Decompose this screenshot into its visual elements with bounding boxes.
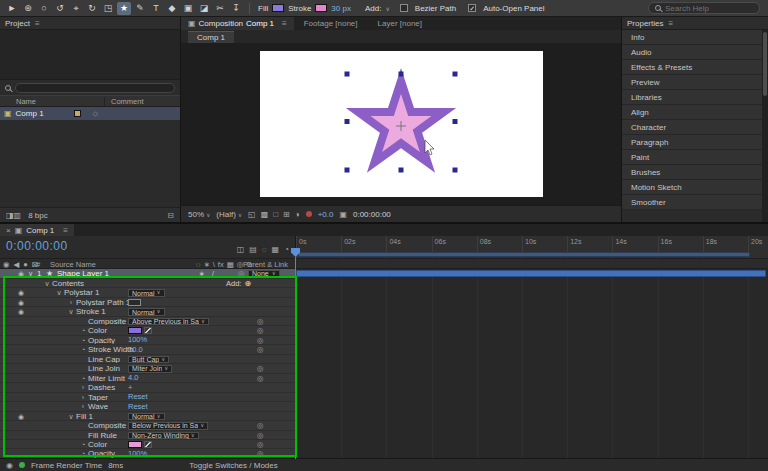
- timeline-track-row[interactable]: [295, 336, 768, 345]
- resolution-dropdown[interactable]: (Half) ∨: [216, 210, 242, 219]
- timeline-property-row[interactable]: ◉ Line Join Miter Join∨ ◎: [0, 364, 768, 373]
- snapshot-icon[interactable]: ▣: [339, 210, 347, 219]
- comp-subtab[interactable]: Comp 1: [188, 31, 234, 43]
- property-value[interactable]: Reset: [128, 402, 148, 410]
- mask-visibility-icon[interactable]: □: [273, 210, 278, 219]
- properties-item-smoother[interactable]: Smoother: [622, 195, 762, 210]
- composition-frame[interactable]: [260, 51, 543, 197]
- tab-footage[interactable]: Footage [none]: [294, 17, 368, 30]
- timeline-property-row[interactable]: ◉ ◔ Color ◎: [0, 440, 768, 449]
- timeline-track-row[interactable]: [295, 317, 768, 326]
- timeline-property-row[interactable]: ◉ Composite Above Previous in Sa∨ ◎: [0, 317, 768, 326]
- properties-item-preview[interactable]: Preview: [622, 75, 762, 90]
- hide-shy-icon[interactable]: ◌: [262, 245, 267, 254]
- twirl-right-icon[interactable]: ›: [78, 393, 88, 402]
- selection-handle[interactable]: [345, 168, 350, 173]
- timeline-property-row[interactable]: ◉ ∨ Contents Add:⊕ ◎: [0, 279, 768, 288]
- timeline-track-row[interactable]: [295, 307, 768, 316]
- interpret-footage-icon[interactable]: ◨: [6, 211, 14, 220]
- pick-whip-icon[interactable]: ◎: [257, 431, 264, 440]
- help-search-box[interactable]: [648, 2, 760, 14]
- properties-scrollbar[interactable]: [762, 30, 768, 222]
- properties-item-paint[interactable]: Paint: [622, 150, 762, 165]
- label-color-chip[interactable]: [74, 110, 81, 117]
- stopwatch-icon[interactable]: ◔: [78, 336, 88, 345]
- stroke-width-value[interactable]: 30 px: [331, 4, 351, 13]
- brush-tool[interactable]: ◆: [165, 2, 179, 15]
- fill-label[interactable]: Fill: [258, 4, 268, 13]
- stopwatch-icon[interactable]: ◔: [78, 345, 88, 354]
- pick-whip-icon[interactable]: ◎: [257, 421, 264, 430]
- color-swatch[interactable]: [128, 441, 142, 448]
- search-help-input[interactable]: [665, 4, 753, 13]
- timeline-property-row[interactable]: ◉ ◔ Color ◎: [0, 326, 768, 335]
- timeline-track-row[interactable]: [295, 288, 768, 297]
- column-comment[interactable]: Comment: [104, 97, 180, 106]
- path-icon[interactable]: [128, 299, 141, 306]
- properties-item-libraries[interactable]: Libraries: [622, 90, 762, 105]
- selection-handle[interactable]: [399, 72, 404, 77]
- timeline-track-row[interactable]: [295, 402, 768, 411]
- property-value[interactable]: [128, 326, 152, 334]
- eraser-tool[interactable]: ◪: [197, 2, 211, 15]
- viewer-canvas[interactable]: [181, 43, 621, 205]
- property-value[interactable]: Butt Cap∨: [128, 356, 169, 364]
- roto-brush-tool[interactable]: ✂: [213, 2, 227, 15]
- column-source-name[interactable]: Source Name: [50, 260, 96, 269]
- timeline-track-row[interactable]: [295, 355, 768, 364]
- exposure-icon[interactable]: [306, 211, 312, 217]
- timeline-property-row[interactable]: ◉ ◔ Opacity 100% ◎: [0, 336, 768, 345]
- panel-menu-icon[interactable]: ≡: [282, 19, 287, 28]
- orbit-camera-tool[interactable]: ↺: [53, 2, 67, 15]
- bezier-path-label[interactable]: Bezier Path: [415, 4, 456, 13]
- timeline-property-row[interactable]: ◉ › Polystar Path 1 ◎: [0, 298, 768, 307]
- pen-tool[interactable]: ✎: [133, 2, 147, 15]
- twirl-right-icon[interactable]: ›: [78, 402, 88, 411]
- timeline-property-row[interactable]: ◉ › Taper Reset ◎: [0, 393, 768, 402]
- star-shape-tool[interactable]: ★: [117, 2, 131, 15]
- zoom-tool[interactable]: ○: [37, 2, 51, 15]
- timeline-property-row[interactable]: ◉ › Dashes + ◎: [0, 383, 768, 392]
- properties-item-character[interactable]: Character: [622, 120, 762, 135]
- layer-name[interactable]: Shape Layer 1: [57, 269, 109, 279]
- shy-column-icon[interactable]: ◌: [196, 260, 200, 269]
- audio-column-icon[interactable]: ◀: [14, 260, 20, 269]
- timeline-ruler[interactable]: 0s02s04s06s08s10s12s14s16s18s20s: [295, 236, 768, 258]
- property-value[interactable]: 30.0: [128, 345, 143, 353]
- timeline-track-row[interactable]: [295, 326, 768, 335]
- eyedropper-icon[interactable]: [144, 441, 152, 448]
- color-swatch[interactable]: [128, 327, 142, 334]
- timeline-track-row[interactable]: [295, 421, 768, 430]
- property-value[interactable]: Normal∨: [128, 289, 165, 297]
- column-parent-link[interactable]: Parent & Link: [243, 260, 288, 269]
- timeline-track-row[interactable]: [295, 431, 768, 440]
- solo-column-icon[interactable]: ●: [23, 260, 28, 269]
- draft-3d-icon[interactable]: ▤: [249, 245, 257, 254]
- property-value[interactable]: [128, 440, 152, 448]
- layer-duration-bar[interactable]: [296, 270, 766, 277]
- magnification-dropdown[interactable]: 50% ∨: [188, 210, 210, 219]
- channel-icon[interactable]: ◑: [295, 210, 300, 219]
- timeline-track-row[interactable]: [295, 440, 768, 449]
- visibility-eye-icon[interactable]: ◉: [18, 269, 24, 279]
- property-value[interactable]: +: [128, 383, 132, 391]
- selection-handle[interactable]: [453, 72, 458, 77]
- property-value[interactable]: Normal∨: [128, 413, 165, 421]
- twirl-down-icon[interactable]: ∨: [28, 269, 33, 279]
- puppet-pin-tool[interactable]: ↧: [229, 2, 243, 15]
- twirl-down-icon[interactable]: ∨: [42, 279, 52, 288]
- property-value[interactable]: Miter Join∨: [128, 365, 172, 373]
- visibility-eye-icon[interactable]: ◉: [18, 298, 24, 307]
- property-value[interactable]: 100%: [128, 449, 147, 457]
- twirl-down-icon[interactable]: ∨: [54, 288, 64, 297]
- auto-open-label[interactable]: Auto-Open Panel: [483, 4, 544, 13]
- quality-switch[interactable]: /: [212, 269, 214, 279]
- property-value[interactable]: Reset: [128, 393, 148, 401]
- tab-composition[interactable]: ▣ Composition Comp 1 ≡: [181, 17, 294, 30]
- properties-item-info[interactable]: Info: [622, 30, 762, 45]
- project-search-field[interactable]: [15, 83, 175, 93]
- properties-panel-header[interactable]: Properties ≡: [622, 17, 768, 30]
- stroke-swatch[interactable]: [315, 4, 327, 12]
- timeline-property-row[interactable]: ◉ Composite Below Previous in Sa∨ ◎: [0, 421, 768, 430]
- current-time-display[interactable]: 0:00:00:00: [6, 239, 68, 253]
